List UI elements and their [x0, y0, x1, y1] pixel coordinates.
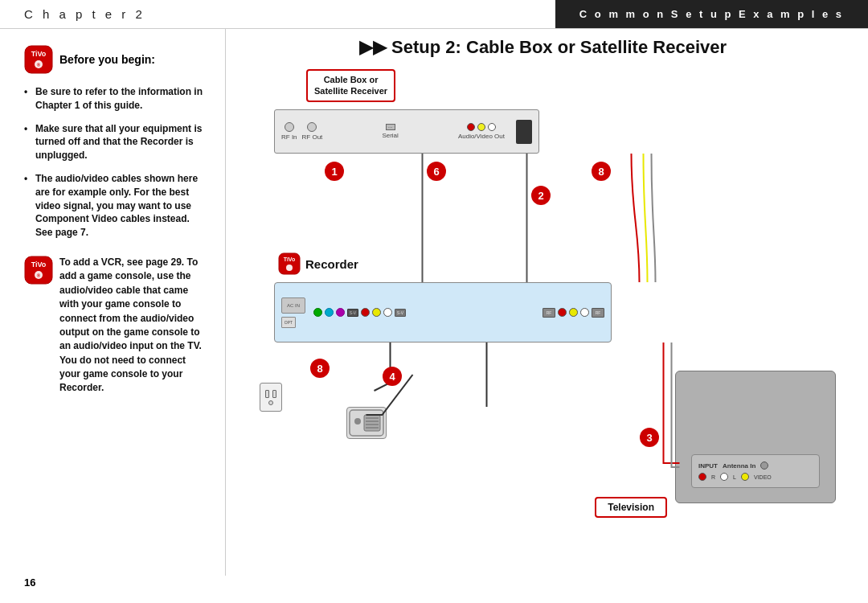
list-item: Be sure to refer to the information in C… [24, 85, 209, 113]
rca-plugs [467, 123, 496, 131]
rf-out-circle [307, 122, 317, 132]
rca-blue-port [325, 308, 334, 317]
page-number: 16 [24, 576, 35, 589]
before-begin-section: TiVo ® Before you begin: [24, 45, 209, 74]
section-label: C o m m o n S e t u p E x a m p l e s [555, 0, 868, 28]
title-arrows: ▶▶ [359, 37, 387, 57]
step-4-badge: 4 [383, 367, 402, 386]
television-label-text: Television [608, 502, 654, 513]
step-8a-number: 8 [598, 166, 604, 178]
av-out-label: Audio/Video Out [458, 133, 505, 140]
ir-blaster-device [346, 407, 387, 439]
chapter-label: C h a p t e r 2 [0, 7, 555, 21]
svg-point-10 [286, 265, 293, 271]
cable-box-label-line1: Cable Box or [324, 75, 379, 84]
television-device: INPUT Antenna In R L VIDEO [675, 371, 836, 503]
tv-video-port [741, 473, 749, 481]
tv-input-label: INPUT [698, 462, 718, 470]
tv-antenna-port [760, 461, 768, 470]
step-8b-number: 8 [317, 363, 322, 375]
rca-yellow [477, 123, 485, 131]
rca-white-in [383, 308, 392, 317]
outlet-slot-left [265, 390, 269, 398]
television-label: Television [595, 497, 667, 518]
list-item: Make sure that all your equipment is tur… [24, 122, 209, 162]
svg-text:®: ® [37, 273, 41, 278]
before-begin-title: Before you begin: [59, 53, 155, 66]
rca-yellow-in [372, 308, 381, 317]
page-header: C h a p t e r 2 C o m m o n S e t u p E … [0, 0, 868, 29]
setup-diagram: Cable Box or Satellite Receiver RF In RF… [234, 69, 852, 535]
rca-output-white [580, 308, 589, 317]
rca-white [488, 123, 496, 131]
cable-box-label: Cable Box or Satellite Receiver [306, 69, 395, 102]
tv-l-label: L [733, 474, 736, 480]
rca-red [467, 123, 475, 131]
rf-out-label: RF Out [302, 133, 323, 141]
svg-text:TiVo: TiVo [31, 260, 47, 269]
vcr-note-section: TiVo ® To add a VCR, see page 29. To add… [24, 256, 209, 396]
recorder-text: Recorder [305, 257, 358, 271]
tv-video-label: VIDEO [754, 474, 772, 480]
page-title: ▶▶ Setup 2: Cable Box or Satellite Recei… [234, 37, 852, 58]
list-item: The audio/video cables shown here are fo… [24, 172, 209, 240]
step-2-number: 2 [538, 190, 543, 202]
tv-l-port [720, 473, 728, 481]
power-connector [516, 120, 532, 144]
main-content: TiVo ® Before you begin: Be sure to refe… [0, 29, 868, 603]
left-column: TiVo ® Before you begin: Be sure to refe… [0, 29, 225, 603]
rf-in-port: RF In [281, 122, 297, 141]
outlet-slot-right [272, 390, 276, 398]
cable-box-ports: RF In RF Out ···· Serial [275, 110, 538, 153]
rf-in-label: RF In [281, 133, 297, 141]
recorder-tivo-icon: TiVo [278, 252, 301, 275]
wall-outlet [260, 383, 282, 412]
svg-point-12 [354, 418, 361, 425]
step-1-badge: 1 [325, 162, 344, 181]
serial-label: Serial [382, 132, 398, 139]
tivo-logo-icon: TiVo ® [24, 45, 53, 74]
recorder-label-section: TiVo Recorder [278, 252, 358, 275]
step-1-number: 1 [331, 166, 337, 178]
instruction-list: Be sure to refer to the information in C… [24, 85, 209, 240]
svg-rect-13 [364, 415, 380, 431]
serial-port: ···· Serial [382, 124, 398, 139]
cable-box-label-line2: Satellite Receiver [314, 86, 387, 96]
rf-out-port: RF Out [302, 122, 323, 141]
rf-in-circle [285, 122, 294, 132]
tv-r-label: R [711, 474, 715, 480]
step-8a-badge: 8 [592, 162, 611, 181]
cable-box-device: RF In RF Out ···· Serial [274, 109, 539, 154]
tv-antenna-label: Antenna In [723, 462, 755, 470]
svg-text:TiVo: TiVo [31, 50, 47, 58]
svg-text:TiVo: TiVo [284, 256, 296, 262]
rca-output-red [558, 308, 567, 317]
rca-purple-port [336, 308, 345, 317]
outlet-ground [268, 400, 273, 405]
tivo-logo-small-icon: TiVo ® [24, 256, 53, 285]
step-3-badge: 3 [640, 428, 659, 447]
outlet-slots [265, 390, 276, 398]
step-4-number: 4 [389, 371, 395, 383]
step-8b-badge: 8 [310, 359, 330, 378]
rca-green-port [313, 308, 322, 317]
step-6-number: 6 [433, 166, 439, 178]
ir-device-icon [348, 408, 385, 437]
step-3-number: 3 [646, 432, 652, 444]
step-2-badge: 2 [531, 186, 551, 205]
recorder-device: AC IN OPT S-V S-V RF [274, 282, 612, 343]
tv-r-port [698, 473, 706, 481]
rca-output-yellow [569, 308, 578, 317]
rca-red-in [361, 308, 370, 317]
av-out-ports: Audio/Video Out [458, 123, 505, 140]
svg-text:®: ® [37, 63, 41, 68]
step-6-badge: 6 [427, 162, 446, 181]
right-column: ▶▶ Setup 2: Cable Box or Satellite Recei… [226, 29, 868, 603]
vcr-note-text: To add a VCR, see page 29. To add a game… [59, 256, 209, 396]
title-text: Setup 2: Cable Box or Satellite Receiver [391, 37, 727, 57]
serial-dots: ···· [386, 124, 395, 130]
